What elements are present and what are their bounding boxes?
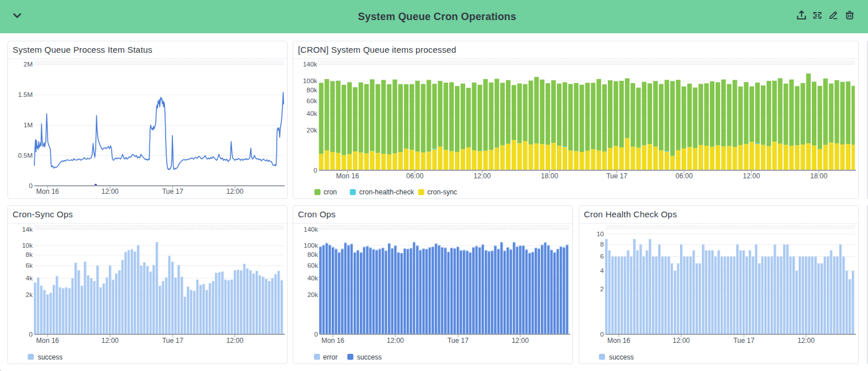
svg-text:12:00: 12:00 <box>743 172 760 180</box>
svg-text:40k: 40k <box>307 110 317 117</box>
svg-text:40k: 40k <box>307 275 318 282</box>
svg-text:6k: 6k <box>26 262 33 269</box>
svg-text:2M: 2M <box>23 61 33 68</box>
svg-text:140k: 140k <box>304 226 318 233</box>
svg-text:12:00: 12:00 <box>101 337 119 345</box>
svg-text:0.5M: 0.5M <box>18 152 33 159</box>
svg-text:Tue 17: Tue 17 <box>606 172 627 180</box>
svg-text:2: 2 <box>600 286 604 292</box>
svg-text:18:00: 18:00 <box>810 172 827 180</box>
svg-text:10k: 10k <box>22 242 33 249</box>
svg-text:0: 0 <box>315 331 318 338</box>
svg-text:error: error <box>323 353 337 361</box>
svg-text:Tue 17: Tue 17 <box>733 337 755 345</box>
svg-text:100k: 100k <box>303 77 317 84</box>
svg-text:success: success <box>38 353 62 361</box>
svg-text:10: 10 <box>596 231 604 237</box>
svg-text:12:00: 12:00 <box>474 172 491 180</box>
svg-text:Mon 16: Mon 16 <box>607 337 630 345</box>
svg-text:4k: 4k <box>26 275 33 282</box>
svg-text:12:00: 12:00 <box>512 337 529 345</box>
svg-text:Mon 16: Mon 16 <box>36 337 59 345</box>
svg-text:12:00: 12:00 <box>798 337 815 345</box>
svg-text:80k: 80k <box>307 87 317 93</box>
svg-text:60k: 60k <box>307 262 318 269</box>
svg-text:0: 0 <box>29 331 33 338</box>
svg-text:100k: 100k <box>304 242 318 249</box>
svg-text:success: success <box>609 353 634 361</box>
svg-text:Mon 16: Mon 16 <box>36 188 59 196</box>
svg-text:Mon 16: Mon 16 <box>336 172 359 180</box>
svg-text:Tue 17: Tue 17 <box>162 188 183 196</box>
svg-text:0: 0 <box>600 331 604 338</box>
svg-text:1M: 1M <box>23 122 33 128</box>
svg-text:cron-health-check: cron-health-check <box>359 188 414 196</box>
svg-text:60k: 60k <box>307 97 317 104</box>
svg-text:Tue 17: Tue 17 <box>447 337 469 345</box>
svg-text:20k: 20k <box>307 127 317 134</box>
svg-text:6: 6 <box>600 253 604 260</box>
svg-text:8: 8 <box>600 241 604 248</box>
svg-text:success: success <box>357 353 382 361</box>
svg-text:cron-sync: cron-sync <box>427 188 457 196</box>
svg-text:8k: 8k <box>26 251 33 258</box>
svg-text:12:00: 12:00 <box>387 337 404 345</box>
svg-text:12:00: 12:00 <box>101 188 119 196</box>
svg-text:06:00: 06:00 <box>406 172 423 180</box>
svg-text:80k: 80k <box>307 251 318 258</box>
svg-text:4: 4 <box>600 267 604 274</box>
svg-text:2k: 2k <box>26 291 33 298</box>
svg-text:Tue 17: Tue 17 <box>162 337 183 345</box>
svg-text:140k: 140k <box>303 61 317 68</box>
svg-text:20k: 20k <box>307 291 318 298</box>
svg-text:12:00: 12:00 <box>226 188 243 196</box>
svg-text:0: 0 <box>29 182 33 189</box>
svg-text:0: 0 <box>313 167 317 174</box>
svg-text:18:00: 18:00 <box>541 172 558 180</box>
svg-text:12:00: 12:00 <box>673 337 690 345</box>
svg-text:cron: cron <box>324 188 337 196</box>
svg-text:12:00: 12:00 <box>226 337 243 345</box>
svg-text:1.5M: 1.5M <box>18 91 33 98</box>
svg-text:06:00: 06:00 <box>675 172 693 180</box>
svg-text:14k: 14k <box>22 226 33 233</box>
svg-text:Mon 16: Mon 16 <box>321 337 344 345</box>
